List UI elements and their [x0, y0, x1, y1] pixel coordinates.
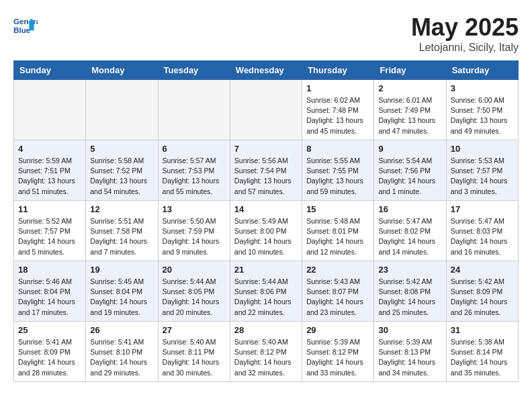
- calendar-cell: 9Sunrise: 5:54 AMSunset: 7:56 PMDaylight…: [374, 140, 446, 201]
- calendar-cell: 17Sunrise: 5:47 AMSunset: 8:03 PMDayligh…: [446, 201, 518, 261]
- day-info: Sunrise: 5:39 AMSunset: 8:12 PMDaylight:…: [306, 337, 369, 378]
- day-number: 8: [306, 144, 369, 154]
- calendar-cell: [230, 80, 302, 140]
- day-info: Sunrise: 5:50 AMSunset: 7:59 PMDaylight:…: [163, 216, 226, 257]
- day-number: 10: [451, 144, 514, 154]
- day-number: 2: [378, 83, 441, 93]
- day-info: Sunrise: 5:43 AMSunset: 8:07 PMDaylight:…: [306, 277, 369, 318]
- day-number: 13: [163, 204, 226, 214]
- calendar-cell: 21Sunrise: 5:44 AMSunset: 8:06 PMDayligh…: [230, 261, 302, 322]
- calendar-cell: 14Sunrise: 5:49 AMSunset: 8:00 PMDayligh…: [230, 201, 302, 261]
- day-info: Sunrise: 5:38 AMSunset: 8:14 PMDaylight:…: [451, 337, 514, 378]
- month-title: May 2025: [411, 13, 519, 42]
- day-number: 15: [306, 204, 369, 214]
- day-info: Sunrise: 5:47 AMSunset: 8:03 PMDaylight:…: [451, 216, 514, 257]
- day-info: Sunrise: 5:42 AMSunset: 8:08 PMDaylight:…: [378, 277, 441, 318]
- day-number: 22: [306, 265, 369, 275]
- calendar-cell: 20Sunrise: 5:44 AMSunset: 8:05 PMDayligh…: [158, 261, 230, 322]
- logo: General Blue: [13, 13, 40, 38]
- day-info: Sunrise: 5:40 AMSunset: 8:11 PMDaylight:…: [163, 337, 226, 378]
- day-number: 18: [18, 265, 81, 275]
- week-row-3: 11Sunrise: 5:52 AMSunset: 7:57 PMDayligh…: [14, 201, 519, 261]
- day-number: 4: [18, 144, 81, 154]
- day-header-thursday: Thursday: [302, 61, 374, 80]
- calendar-cell: 4Sunrise: 5:59 AMSunset: 7:51 PMDaylight…: [14, 140, 86, 201]
- day-info: Sunrise: 5:44 AMSunset: 8:05 PMDaylight:…: [163, 277, 226, 318]
- calendar-cell: 26Sunrise: 5:41 AMSunset: 8:10 PMDayligh…: [86, 322, 158, 382]
- title-block: May 2025 Letojanni, Sicily, Italy: [411, 13, 519, 54]
- day-info: Sunrise: 5:53 AMSunset: 7:57 PMDaylight:…: [451, 156, 514, 197]
- calendar-cell: 7Sunrise: 5:56 AMSunset: 7:54 PMDaylight…: [230, 140, 302, 201]
- location: Letojanni, Sicily, Italy: [411, 42, 519, 54]
- day-number: 31: [451, 325, 514, 335]
- day-number: 19: [90, 265, 153, 275]
- day-number: 11: [18, 204, 81, 214]
- week-row-1: 1Sunrise: 6:02 AMSunset: 7:48 PMDaylight…: [14, 80, 519, 140]
- day-info: Sunrise: 5:56 AMSunset: 7:54 PMDaylight:…: [234, 156, 298, 197]
- calendar-cell: 28Sunrise: 5:40 AMSunset: 8:12 PMDayligh…: [230, 322, 302, 382]
- calendar-table: SundayMondayTuesdayWednesdayThursdayFrid…: [13, 60, 519, 382]
- day-info: Sunrise: 5:44 AMSunset: 8:06 PMDaylight:…: [234, 277, 298, 318]
- day-info: Sunrise: 5:54 AMSunset: 7:56 PMDaylight:…: [378, 156, 441, 197]
- day-info: Sunrise: 5:55 AMSunset: 7:55 PMDaylight:…: [306, 156, 369, 197]
- day-number: 6: [163, 144, 226, 154]
- calendar-cell: [158, 80, 230, 140]
- day-number: 12: [90, 204, 153, 214]
- day-header-wednesday: Wednesday: [230, 61, 302, 80]
- day-info: Sunrise: 5:41 AMSunset: 8:10 PMDaylight:…: [90, 337, 153, 378]
- day-info: Sunrise: 5:58 AMSunset: 7:52 PMDaylight:…: [90, 156, 153, 197]
- calendar-cell: 19Sunrise: 5:45 AMSunset: 8:04 PMDayligh…: [86, 261, 158, 322]
- day-number: 26: [90, 325, 153, 335]
- day-info: Sunrise: 5:49 AMSunset: 8:00 PMDaylight:…: [234, 216, 298, 257]
- week-row-2: 4Sunrise: 5:59 AMSunset: 7:51 PMDaylight…: [14, 140, 519, 201]
- day-info: Sunrise: 5:57 AMSunset: 7:53 PMDaylight:…: [163, 156, 226, 197]
- calendar-cell: 15Sunrise: 5:48 AMSunset: 8:01 PMDayligh…: [302, 201, 374, 261]
- day-number: 27: [163, 325, 226, 335]
- calendar-header-row: SundayMondayTuesdayWednesdayThursdayFrid…: [14, 61, 519, 80]
- day-info: Sunrise: 6:00 AMSunset: 7:50 PMDaylight:…: [451, 95, 514, 136]
- day-number: 1: [306, 83, 369, 93]
- calendar-cell: 16Sunrise: 5:47 AMSunset: 8:02 PMDayligh…: [374, 201, 446, 261]
- day-info: Sunrise: 5:59 AMSunset: 7:51 PMDaylight:…: [18, 156, 81, 197]
- day-info: Sunrise: 5:47 AMSunset: 8:02 PMDaylight:…: [378, 216, 441, 257]
- day-header-monday: Monday: [86, 61, 158, 80]
- day-info: Sunrise: 6:01 AMSunset: 7:49 PMDaylight:…: [378, 95, 441, 136]
- day-number: 14: [234, 204, 298, 214]
- day-info: Sunrise: 5:52 AMSunset: 7:57 PMDaylight:…: [18, 216, 81, 257]
- day-number: 28: [234, 325, 298, 335]
- week-row-4: 18Sunrise: 5:46 AMSunset: 8:04 PMDayligh…: [14, 261, 519, 322]
- day-number: 7: [234, 144, 298, 154]
- logo-icon: General Blue: [13, 13, 38, 38]
- day-number: 21: [234, 265, 298, 275]
- day-number: 24: [451, 265, 514, 275]
- calendar-cell: 30Sunrise: 5:39 AMSunset: 8:13 PMDayligh…: [374, 322, 446, 382]
- calendar-cell: 6Sunrise: 5:57 AMSunset: 7:53 PMDaylight…: [158, 140, 230, 201]
- day-number: 23: [378, 265, 441, 275]
- calendar-cell: 31Sunrise: 5:38 AMSunset: 8:14 PMDayligh…: [446, 322, 518, 382]
- day-number: 9: [378, 144, 441, 154]
- day-info: Sunrise: 5:51 AMSunset: 7:58 PMDaylight:…: [90, 216, 153, 257]
- day-info: Sunrise: 5:46 AMSunset: 8:04 PMDaylight:…: [18, 277, 81, 318]
- calendar-cell: 24Sunrise: 5:42 AMSunset: 8:09 PMDayligh…: [446, 261, 518, 322]
- day-number: 16: [378, 204, 441, 214]
- day-info: Sunrise: 5:45 AMSunset: 8:04 PMDaylight:…: [90, 277, 153, 318]
- day-number: 5: [90, 144, 153, 154]
- calendar-cell: 13Sunrise: 5:50 AMSunset: 7:59 PMDayligh…: [158, 201, 230, 261]
- calendar-cell: 22Sunrise: 5:43 AMSunset: 8:07 PMDayligh…: [302, 261, 374, 322]
- calendar-cell: 8Sunrise: 5:55 AMSunset: 7:55 PMDaylight…: [302, 140, 374, 201]
- calendar-cell: 2Sunrise: 6:01 AMSunset: 7:49 PMDaylight…: [374, 80, 446, 140]
- calendar-cell: 29Sunrise: 5:39 AMSunset: 8:12 PMDayligh…: [302, 322, 374, 382]
- day-info: Sunrise: 5:41 AMSunset: 8:09 PMDaylight:…: [18, 337, 81, 378]
- calendar-cell: 5Sunrise: 5:58 AMSunset: 7:52 PMDaylight…: [86, 140, 158, 201]
- calendar-cell: 27Sunrise: 5:40 AMSunset: 8:11 PMDayligh…: [158, 322, 230, 382]
- day-info: Sunrise: 6:02 AMSunset: 7:48 PMDaylight:…: [306, 95, 369, 136]
- day-info: Sunrise: 5:39 AMSunset: 8:13 PMDaylight:…: [378, 337, 441, 378]
- svg-text:Blue: Blue: [13, 26, 31, 34]
- day-number: 29: [306, 325, 369, 335]
- day-number: 30: [378, 325, 441, 335]
- calendar-cell: 1Sunrise: 6:02 AMSunset: 7:48 PMDaylight…: [302, 80, 374, 140]
- day-number: 25: [18, 325, 81, 335]
- calendar-cell: 12Sunrise: 5:51 AMSunset: 7:58 PMDayligh…: [86, 201, 158, 261]
- day-info: Sunrise: 5:40 AMSunset: 8:12 PMDaylight:…: [234, 337, 298, 378]
- week-row-5: 25Sunrise: 5:41 AMSunset: 8:09 PMDayligh…: [14, 322, 519, 382]
